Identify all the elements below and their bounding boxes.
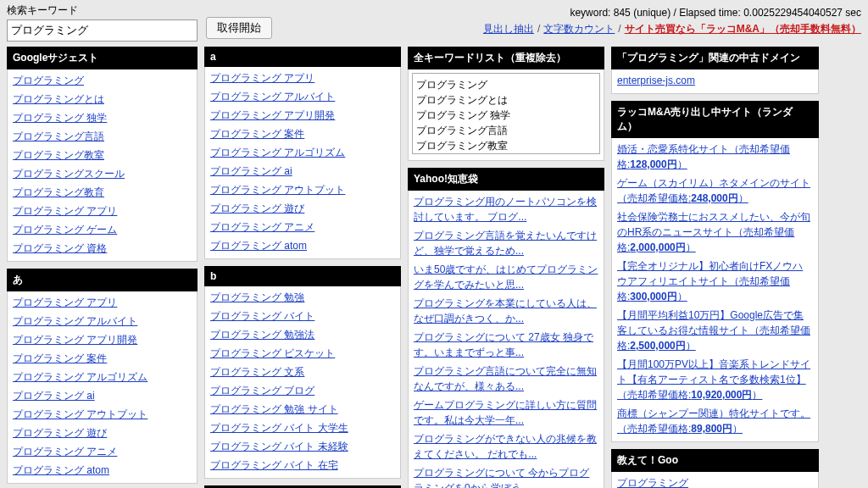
list-item: プログラミング言語を覚えたいんですけど、独学で覚えるため... (414, 226, 598, 260)
list-item: プログラミング アプリ開発 (210, 106, 395, 125)
list-link[interactable]: プログラミング atom (13, 464, 109, 476)
list-link[interactable]: プログラミングについて 27歳女 独身です。いままでずっと事... (414, 331, 593, 358)
list-link[interactable]: プログラミングができない人の兆候を教えてください。 だれでも... (414, 433, 597, 460)
list-link[interactable]: 【月間平均利益10万円】Google広告で集客しているお得な情報サイト（売却希望… (617, 309, 810, 352)
all-keywords-textarea[interactable] (412, 73, 600, 154)
list-link[interactable]: プログラミング ブログ (210, 385, 314, 396)
list-link[interactable]: プログラミングについて 今からプログラミングを0から学ぼう... (414, 467, 589, 488)
list-item: プログラミング ai (210, 162, 395, 180)
hd-used-domain: 「プログラミング」関連の中古ドメイン (611, 47, 819, 69)
stats-text: keyword: 845 (unique) / Elapsed time: 0.… (483, 5, 861, 21)
list-link[interactable]: プログラミング 案件 (210, 128, 304, 140)
list-link[interactable]: プログラミング ai (13, 390, 95, 402)
list-link[interactable]: プログラミング ゲーム (13, 224, 117, 236)
search-input[interactable] (7, 19, 198, 42)
list-item: 商標（シャンプー関連）特化サイトです。（売却希望価格:89,800円） (617, 404, 813, 438)
list-link[interactable]: プログラミング ビスケット (210, 347, 335, 359)
list-item: プログラミング 勉強 サイト (210, 400, 395, 419)
list-link[interactable]: ゲーム（スカイリム）ネタメインのサイト（売却希望価格:248,000円） (617, 177, 810, 204)
list-link[interactable]: プログラミング アウトプット (13, 408, 147, 420)
list-link[interactable]: プログラミング (617, 477, 688, 488)
box-goo: プログラミングプログラミングはプログラミングの力を証明する資格はありますか？子供… (611, 472, 819, 488)
list-item: ゲーム（スカイリム）ネタメインのサイト（売却希望価格:248,000円） (617, 174, 813, 208)
list-item: プログラミングについて 今からプログラミングを0から学ぼう... (414, 463, 598, 488)
list-link[interactable]: プログラミングとは (13, 93, 104, 105)
list-item: プログラミング アプリ (13, 293, 192, 312)
list-link[interactable]: プログラミング言語を覚えたいんですけど、独学で覚えるため... (414, 230, 597, 257)
list-link[interactable]: プログラミング バイト (210, 310, 314, 322)
list-item: プログラミング 遊び (13, 424, 192, 442)
list-item: プログラミングができない人の兆候を教えてください。 だれでも... (414, 430, 598, 463)
hd-a-en: a (204, 47, 401, 67)
box-rakko: 婚活・恋愛系特化サイト（売却希望価格:128,000円）ゲーム（スカイリム）ネタ… (611, 138, 819, 442)
list-link[interactable]: プログラミング アルゴリズム (210, 147, 345, 158)
start-button[interactable]: 取得開始 (206, 17, 272, 39)
list-link[interactable]: プログラミング言語 (13, 130, 104, 142)
list-link[interactable]: プログラミング atom (210, 240, 307, 252)
list-item: プログラミング ゲーム (13, 220, 192, 239)
hd-google-suggest: Googleサジェスト (7, 47, 198, 69)
list-link[interactable]: プログラミング アルバイト (13, 315, 137, 327)
list-link[interactable]: プログラミング アウトプット (210, 184, 345, 196)
list-link[interactable]: プログラミング 遊び (210, 202, 304, 214)
list-item: プログラミング 勉強法 (210, 325, 395, 344)
box-yahoo: プログラミング用のノートパソコンを検討しています。 プログ...プログラミング言… (408, 191, 604, 488)
list-link[interactable]: 【月間100万PV以上】音楽系トレンドサイト【有名アーティスト名で多数検索1位】… (617, 358, 810, 401)
nav-charcount[interactable]: 文字数カウント (543, 23, 615, 35)
list-link[interactable]: ゲームプログラミングに詳しい方に質問です。私は今大学一年... (414, 399, 597, 426)
list-item: プログラミング言語 (13, 127, 192, 146)
list-link[interactable]: プログラミング アルバイト (210, 91, 335, 103)
list-link[interactable]: プログラミング言語について完全に無知なんですが、様々ある... (414, 365, 597, 392)
list-link[interactable]: いま50歳ですが、はじめてプログラミングを学んでみたいと思... (414, 263, 598, 291)
list-link[interactable]: プログラミングを本業にしている人は、なぜ口調がきつく、か... (414, 297, 597, 324)
nav-headline[interactable]: 見出し抽出 (483, 23, 534, 35)
list-link[interactable]: プログラミング アプリ (13, 205, 117, 217)
list-link[interactable]: プログラミング (13, 75, 84, 86)
list-link[interactable]: プログラミング バイト 在宅 (210, 459, 338, 471)
list-link[interactable]: プログラミング教育 (13, 186, 104, 198)
list-link[interactable]: プログラミング アプリ (13, 297, 117, 308)
hd-a-jp: あ (7, 269, 198, 291)
list-link[interactable]: プログラミング バイト 未経験 (210, 441, 348, 452)
list-link[interactable]: プログラミング アニメ (210, 221, 314, 233)
hd-all-kw: 全キーワードリスト（重複除去） (408, 47, 604, 69)
list-link[interactable]: プログラミング ai (210, 165, 292, 177)
list-item: プログラミング 案件 (210, 125, 395, 143)
list-link[interactable]: プログラミング 独学 (13, 112, 107, 124)
list-link[interactable]: 【完全オリジナル】初心者向けFXノウハウアフィリエイトサイト（売却希望価格:30… (617, 260, 803, 302)
list-link[interactable]: プログラミング アルゴリズム (13, 371, 147, 383)
list-link[interactable]: プログラミング 資格 (13, 242, 107, 254)
list-link[interactable]: enterprise-js.com (617, 75, 695, 86)
list-link[interactable]: プログラミング用のノートパソコンを検討しています。 プログ... (414, 196, 597, 223)
list-item: プログラミング用のノートパソコンを検討しています。 プログ... (414, 192, 598, 226)
nav-rakko[interactable]: サイト売買なら「ラッコM&A」（売却手数料無料） (625, 23, 861, 35)
list-link[interactable]: プログラミング 文系 (210, 366, 304, 378)
list-item: 【完全オリジナル】初心者向けFXノウハウアフィリエイトサイト（売却希望価格:30… (617, 257, 813, 306)
list-item: プログラミングスクール (13, 164, 192, 183)
list-item: プログラミング (13, 71, 192, 90)
list-item: プログラミング 文系 (210, 363, 395, 381)
list-item: 婚活・恋愛系特化サイト（売却希望価格:128,000円） (617, 140, 813, 174)
list-item: プログラミング アニメ (210, 218, 395, 236)
list-link[interactable]: プログラミング 勉強 サイト (210, 403, 338, 415)
list-item: プログラミング アニメ (13, 442, 192, 461)
list-link[interactable]: プログラミング アプリ開発 (210, 109, 335, 121)
list-link[interactable]: 商標（シャンプー関連）特化サイトです。（売却希望価格:89,800円） (617, 408, 810, 435)
hd-rakko: ラッコM&A売り出し中サイト（ランダム） (611, 101, 819, 138)
list-item: プログラミング教室 (13, 146, 192, 164)
list-link[interactable]: プログラミング アプリ (210, 72, 314, 84)
list-link[interactable]: プログラミング教室 (13, 149, 104, 161)
list-link[interactable]: プログラミング 勉強 (210, 291, 304, 303)
hd-yahoo: Yahoo!知恵袋 (408, 168, 604, 191)
hd-goo: 教えて！Goo (611, 449, 819, 472)
list-link[interactable]: 社会保険労務士におススメしたい、今が旬のHR系のニュースサイト（売却希望価格:2… (617, 211, 810, 253)
list-link[interactable]: 婚活・恋愛系特化サイト（売却希望価格:128,000円） (617, 143, 790, 170)
list-link[interactable]: プログラミング アプリ開発 (13, 334, 137, 346)
list-link[interactable]: プログラミング アニメ (13, 446, 117, 458)
list-item: プログラミング バイト 大学生 (210, 419, 395, 437)
list-link[interactable]: プログラミングスクール (13, 168, 125, 180)
list-link[interactable]: プログラミング バイト 大学生 (210, 422, 348, 434)
list-link[interactable]: プログラミング 勉強法 (210, 329, 314, 341)
list-link[interactable]: プログラミング 遊び (13, 427, 107, 439)
list-link[interactable]: プログラミング 案件 (13, 352, 107, 364)
